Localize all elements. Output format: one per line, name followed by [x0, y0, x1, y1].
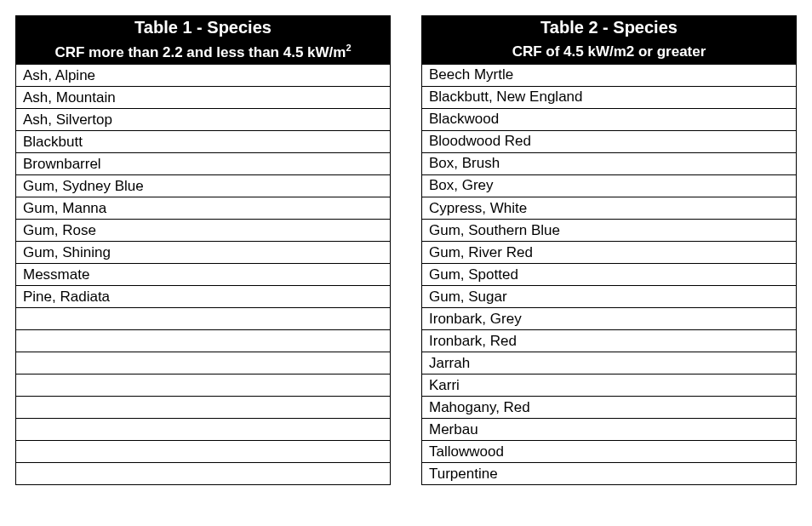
table-cell: Blackwood [422, 108, 797, 130]
table-row [16, 330, 391, 352]
table-cell: Blackbutt, New England [422, 86, 797, 108]
table-row: Mahogany, Red [422, 397, 797, 419]
table-2-body: Beech MyrtleBlackbutt, New EnglandBlackw… [422, 64, 797, 485]
table-row: Box, Brush [422, 152, 797, 174]
table-cell [16, 308, 391, 330]
table-row: Ironbark, Red [422, 330, 797, 352]
table-row: Karri [422, 374, 797, 397]
table-row: Ash, Mountain [16, 87, 391, 109]
table-row [16, 463, 391, 485]
table-cell: Box, Grey [422, 174, 797, 197]
table-1-subtitle-text: CRF more than 2.2 and less than 4.5 kW/m [54, 44, 346, 60]
table-row: Gum, River Red [422, 242, 797, 264]
table-2-subtitle: CRF of 4.5 kW/m2 or greater [422, 40, 797, 65]
table-1-subtitle-exp: 2 [346, 43, 351, 53]
table-cell: Gum, Sugar [422, 286, 797, 308]
table-row: Box, Grey [422, 174, 797, 197]
table-row: Gum, Manna [16, 197, 391, 220]
table-row [16, 441, 391, 463]
table-row: Jarrah [422, 352, 797, 374]
table-cell: Gum, Sydney Blue [16, 175, 391, 197]
table-row: Gum, Shining [16, 242, 391, 264]
table-cell: Karri [422, 374, 797, 397]
table-cell: Gum, River Red [422, 242, 797, 264]
table-row [16, 419, 391, 441]
table-cell [16, 330, 391, 352]
table-cell [16, 463, 391, 485]
table-row [16, 374, 391, 397]
table-cell: Cypress, White [422, 197, 797, 219]
table-row: Turpentine [422, 463, 797, 485]
tables-container: Table 1 - Species CRF more than 2.2 and … [15, 15, 797, 485]
table-cell: Ash, Mountain [16, 87, 391, 109]
table-cell [16, 397, 391, 419]
table-row: Pine, Radiata [16, 286, 391, 308]
table-cell: Beech Myrtle [422, 64, 797, 86]
table-cell [16, 441, 391, 463]
table-row: Ash, Alpine [16, 65, 391, 87]
table-2-title: Table 2 - Species [422, 16, 797, 40]
table-row: Ash, Silvertop [16, 109, 391, 131]
table-cell: Mahogany, Red [422, 397, 797, 419]
table-row: Gum, Sydney Blue [16, 175, 391, 197]
table-cell: Blackbutt [16, 131, 391, 153]
table-cell: Messmate [16, 264, 391, 286]
table-row: Ironbark, Grey [422, 308, 797, 330]
table-row: Cypress, White [422, 197, 797, 219]
table-cell: Jarrah [422, 352, 797, 374]
table-1-species: Table 1 - Species CRF more than 2.2 and … [15, 15, 391, 485]
table-cell: Ash, Silvertop [16, 109, 391, 131]
table-cell: Ash, Alpine [16, 65, 391, 87]
table-cell: Box, Brush [422, 152, 797, 174]
table-1-title: Table 1 - Species [16, 16, 391, 40]
table-row [16, 308, 391, 330]
table-row: Gum, Southern Blue [422, 220, 797, 242]
table-cell: Pine, Radiata [16, 286, 391, 308]
table-row: Blackbutt, New England [422, 86, 797, 108]
table-row: Gum, Rose [16, 220, 391, 242]
table-row: Messmate [16, 264, 391, 286]
table-row [16, 352, 391, 374]
table-cell [16, 374, 391, 397]
table-cell: Tallowwood [422, 441, 797, 463]
table-row: Brownbarrel [16, 153, 391, 175]
table-row: Merbau [422, 419, 797, 441]
table-row: Blackwood [422, 108, 797, 130]
table-2-species: Table 2 - Species CRF of 4.5 kW/m2 or gr… [421, 15, 797, 485]
table-row: Tallowwood [422, 441, 797, 463]
table-row: Bloodwood Red [422, 130, 797, 152]
table-row: Gum, Sugar [422, 286, 797, 308]
table-cell [16, 419, 391, 441]
table-row: Blackbutt [16, 131, 391, 153]
table-cell: Ironbark, Red [422, 330, 797, 352]
table-1-body: Ash, AlpineAsh, MountainAsh, SilvertopBl… [16, 65, 391, 485]
table-cell [16, 352, 391, 374]
table-cell: Merbau [422, 419, 797, 441]
table-row: Gum, Spotted [422, 264, 797, 286]
table-cell: Ironbark, Grey [422, 308, 797, 330]
table-cell: Gum, Manna [16, 197, 391, 220]
table-row: Beech Myrtle [422, 64, 797, 86]
table-cell: Bloodwood Red [422, 130, 797, 152]
table-cell: Gum, Rose [16, 220, 391, 242]
table-cell: Gum, Spotted [422, 264, 797, 286]
table-cell: Gum, Shining [16, 242, 391, 264]
table-row [16, 397, 391, 419]
table-cell: Turpentine [422, 463, 797, 485]
table-1-subtitle: CRF more than 2.2 and less than 4.5 kW/m… [16, 40, 391, 65]
table-cell: Brownbarrel [16, 153, 391, 175]
table-cell: Gum, Southern Blue [422, 220, 797, 242]
